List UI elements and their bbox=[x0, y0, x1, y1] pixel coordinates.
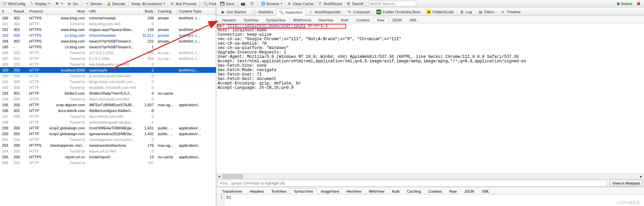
winconfig-button[interactable]: 🛡WinConfig bbox=[1, 1, 27, 6]
tab-autoresponder[interactable]: ⚡AutoResponder bbox=[306, 8, 344, 15]
resp-tab-raw[interactable]: Raw bbox=[445, 188, 460, 194]
table-row[interactable]: 194200HTTPTunnel tolearn.microsoft.com:4… bbox=[0, 96, 216, 102]
browse-button[interactable]: 🌐Browse▼ bbox=[260, 1, 284, 6]
h-scrollbar[interactable]: ◄ ► bbox=[216, 173, 644, 179]
tab-fiddlerscript[interactable]: JSFiddlerScript bbox=[423, 8, 457, 15]
req-tab-headers[interactable]: Headers bbox=[218, 17, 240, 23]
table-row[interactable]: 186502HTTPTunnel to127.0.0.1:1001546no-c… bbox=[0, 50, 216, 56]
tab-get-started[interactable]: ▶Get Started bbox=[218, 8, 249, 15]
resp-tab-xml[interactable]: XML bbox=[478, 188, 493, 194]
table-row[interactable]: 188200HTTPTunnel toedu.bitejiuyeke.com:4… bbox=[0, 61, 216, 67]
screenshot-button[interactable]: 📷 bbox=[240, 1, 247, 6]
tab-fiddler-orchestra-beta[interactable]: FOFiddler Orchestra Beta bbox=[373, 8, 423, 15]
table-row[interactable]: 195200HTTPocsp.digicert.com/MFEwTzBNMEsw… bbox=[0, 102, 216, 108]
resp-tab-imageview[interactable]: ImageView bbox=[317, 188, 343, 194]
table-row[interactable]: 181200HTTPTunnel towww.bing.com:4430 bbox=[0, 21, 216, 27]
online-indicator[interactable]: 🖥Online bbox=[616, 2, 632, 6]
table-row[interactable]: 198-HTTPTunnel tooptimizationguide-pa.go… bbox=[0, 119, 216, 125]
request-url-link[interactable]: http://localhost:8080/user/sayhi bbox=[227, 23, 306, 28]
req-tab-syntaxview[interactable]: SyntaxView bbox=[262, 17, 289, 23]
req-tab-webforms[interactable]: WebForms bbox=[289, 17, 315, 23]
save-button[interactable]: 💾Save bbox=[219, 1, 235, 6]
table-row[interactable]: 193301HTTPfiddler2.com/fiddler2/help/?ve… bbox=[0, 90, 216, 96]
req-tab-textview[interactable]: TextView bbox=[240, 17, 262, 23]
go-button[interactable]: ▶Go bbox=[66, 1, 79, 6]
resp-tab-transformer[interactable]: Transformer bbox=[218, 188, 246, 194]
table-row[interactable]: 201200HTTPTunnel tocheckappexec.microsof… bbox=[0, 137, 216, 142]
table-row[interactable]: 200200HTTPocsp2.globalsign.com/gsrsaovss… bbox=[0, 131, 216, 137]
remove-button[interactable]: ✖▼ bbox=[54, 1, 64, 6]
tab-timeline[interactable]: ≡Timeline bbox=[497, 8, 524, 15]
table-row[interactable]: 187502HTTPTunnel to0.1.0.1:1001554no-cac… bbox=[0, 56, 216, 61]
table-row[interactable]: 189200HTTPlocalhost:8080/user/sayhi2text… bbox=[0, 67, 216, 73]
table-row[interactable]: 185-HTTPScn.bing.com/search?q=%5BThread-… bbox=[0, 44, 216, 50]
col-id[interactable]: # bbox=[0, 7, 12, 15]
raw-request-text[interactable]: GET http://localhost:8080/user/sayhi HTT… bbox=[216, 23, 644, 173]
scroll-left-icon[interactable]: ◄ bbox=[216, 174, 222, 179]
table-row[interactable]: 191200HTTPTunnel toblogs.msdn.microsoft.… bbox=[0, 79, 216, 84]
resp-tab-syntaxview[interactable]: SyntaxView bbox=[290, 188, 317, 194]
resp-tab-headers[interactable]: Headers bbox=[246, 188, 268, 194]
table-row[interactable]: 203200HTTPScheckappexec.micr.../windows/… bbox=[0, 142, 216, 148]
resp-tab-textview[interactable]: TextView bbox=[268, 188, 290, 194]
resp-tab-webview[interactable]: WebView bbox=[365, 188, 388, 194]
table-row[interactable]: 184302HTTPSwww.bing.com/search?q=%5BThre… bbox=[0, 38, 216, 44]
table-row[interactable]: 192200HTTPTunnel towcpstatic.microsoft.c… bbox=[0, 84, 216, 90]
scroll-right-icon[interactable]: ► bbox=[639, 174, 644, 179]
col-url[interactable]: URL bbox=[87, 7, 139, 15]
table-row[interactable]: 197200HTTPTunnel todocs.telerik.com:4430 bbox=[0, 113, 216, 119]
response-body[interactable]: 1 hi bbox=[216, 194, 644, 206]
table-row[interactable]: 206200HTTPTunnel to747 bbox=[0, 160, 216, 165]
table-row[interactable]: 205200HTTPSreport.url.cn/node/report/13n… bbox=[0, 154, 216, 160]
table-row[interactable]: 180302HTTPSwww.bing.com/chrome/newtab109… bbox=[0, 15, 216, 21]
tab-statistics[interactable]: 🕑Statistics bbox=[249, 8, 276, 15]
col-protocol[interactable]: Protocol bbox=[27, 7, 47, 15]
table-row[interactable]: 204200HTTPTunnel toreport.url.cn:4430 bbox=[0, 148, 216, 154]
find-button[interactable]: 🔍Find bbox=[202, 1, 217, 6]
req-tab-json[interactable]: JSON bbox=[388, 17, 406, 23]
tab-inspectors[interactable]: 🔍Inspectors bbox=[276, 9, 306, 16]
tab-filters[interactable]: ▤Filters bbox=[475, 8, 497, 15]
col-result[interactable]: Result bbox=[12, 7, 27, 15]
find-input[interactable] bbox=[218, 180, 607, 187]
tab-log[interactable]: ≣Log bbox=[457, 8, 475, 15]
stream-icon: ⇥ bbox=[85, 1, 89, 6]
msdn-search-input[interactable]: MSDN Search... bbox=[369, 1, 416, 6]
table-row[interactable]: 183200HTTPScn.bing.com/chrome/newtab32,5… bbox=[0, 32, 216, 38]
tearoff-button[interactable]: ⧉Tearoff bbox=[345, 1, 364, 6]
table-row[interactable]: 199200HTTPocsp2.globalsign.com/rootr3/ME… bbox=[0, 125, 216, 131]
label: Replay bbox=[35, 2, 47, 6]
view-notepad-button[interactable]: View in Notepad bbox=[609, 180, 643, 187]
col-contenttype[interactable]: Content-Type bbox=[177, 7, 216, 15]
req-tab-auth[interactable]: Auth bbox=[337, 17, 353, 23]
table-row[interactable]: 196301HTTPdocs.telerik.com/fiddler/confi… bbox=[0, 108, 216, 113]
separator bbox=[200, 1, 200, 6]
textwizard-button[interactable]: TTextWizard bbox=[317, 1, 343, 6]
table-row[interactable]: 190200HTTPTunnel tojs.monitor.azure.com:… bbox=[0, 73, 216, 79]
table-row[interactable]: 182302HTTPSwww.bing.com/osjson.aspx?quer… bbox=[0, 27, 216, 32]
tab-composer[interactable]: ✎Composer bbox=[344, 8, 373, 15]
req-tab-hexview[interactable]: HexView bbox=[315, 17, 337, 23]
resp-tab-auth[interactable]: Auth bbox=[388, 188, 404, 194]
req-tab-raw[interactable]: Raw bbox=[373, 17, 388, 23]
resp-tab-caching[interactable]: Caching bbox=[403, 188, 424, 194]
req-tab-cookies[interactable]: Cookies bbox=[352, 17, 373, 23]
col-body[interactable]: Body bbox=[139, 7, 156, 15]
stream-button[interactable]: ⇥Stream bbox=[84, 1, 103, 6]
replay-button[interactable]: ↻Replay▼ bbox=[29, 1, 52, 6]
resp-tab-json[interactable]: JSON bbox=[460, 188, 478, 194]
grid-body[interactable]: 180302HTTPSwww.bing.com/chrome/newtab109… bbox=[0, 15, 216, 206]
scroll-thumb[interactable] bbox=[222, 174, 243, 178]
req-tab-xml[interactable]: XML bbox=[406, 17, 421, 23]
col-caching[interactable]: Caching bbox=[156, 7, 177, 15]
label: Save bbox=[226, 2, 234, 6]
col-host[interactable]: Host bbox=[47, 7, 87, 15]
keep-dropdown[interactable]: Keep: All sessions▼ bbox=[131, 2, 167, 6]
timer-button[interactable]: ⏱ bbox=[249, 1, 255, 6]
process-dropdown[interactable]: ⊕Any Process bbox=[169, 1, 198, 6]
clearcache-button[interactable]: ⊗Clear Cache bbox=[286, 1, 315, 6]
close-button[interactable]: ✖ bbox=[634, 1, 643, 6]
decode-button[interactable]: 🔓Decode bbox=[105, 1, 126, 6]
resp-tab-hexview[interactable]: HexView bbox=[343, 188, 365, 194]
resp-tab-cookies[interactable]: Cookies bbox=[425, 188, 446, 194]
